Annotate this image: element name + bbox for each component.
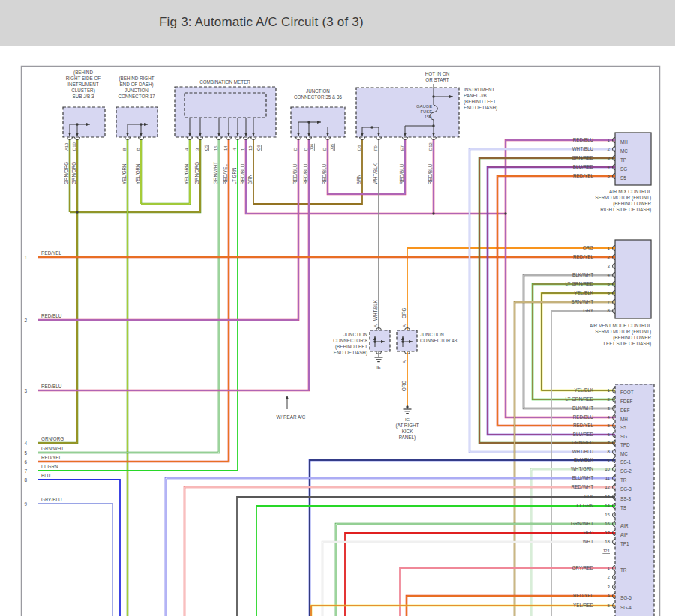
air-vent-mode-servo-wire-label: LT GRN/RED <box>565 281 593 286</box>
junction-dot <box>432 95 434 97</box>
ac-amplifier-pin-number: 12 <box>604 484 610 489</box>
ac-amplifier-wire-label: WHT/GRN <box>571 466 594 471</box>
diagram-label: GRY/BLU <box>41 497 62 502</box>
diagram-label: C6 <box>256 145 261 151</box>
diagram-label: 14 <box>224 145 228 151</box>
diagram-label: D12 <box>428 142 433 151</box>
diagram-label: 3 <box>24 388 27 393</box>
ac-amplifier-pin-label: SG-3 <box>620 486 632 492</box>
diagram-label: COMBINATION METER <box>200 79 250 85</box>
diagram-label: 6 <box>24 459 27 465</box>
ac-amplifier-pin-number: 10 <box>604 466 610 471</box>
ac-amplifier-pin-number: 15 <box>604 512 610 517</box>
diagram-label: RED/BLU <box>322 163 327 184</box>
diagram-label: JUNCTION <box>344 332 368 337</box>
diagram-label: 5 <box>24 450 27 456</box>
junction-dot <box>401 340 404 342</box>
diagram-label: D <box>293 148 298 151</box>
diagram-label: RED/YEL <box>223 164 228 184</box>
ac-amplifier-pin-label: MC <box>620 451 628 456</box>
diagram-label: CONNECTOR 8 <box>333 338 368 343</box>
ac-amplifier-wire-label: RED/YEL <box>573 423 593 428</box>
diagram-label: A <box>402 360 406 363</box>
ac-amplifier-pin-number: 13 <box>604 494 610 499</box>
air-vent-mode-servo-wire-label: RED/YEL <box>573 254 593 259</box>
diagram-label: BRN <box>356 174 362 184</box>
diagram-label: YEL/GRN <box>135 163 140 184</box>
diagram-label: 3 <box>195 148 200 151</box>
diagram-label: GRN/ORG <box>64 162 69 184</box>
diagram-label: 4 <box>24 441 27 446</box>
diagram-label: GRN/WHT <box>213 162 218 184</box>
diagram-label: 15A <box>424 115 432 119</box>
ac-amplifier-pin-label: AIR <box>620 523 628 528</box>
air-mix-servo-wire-label: BLU/RED <box>573 164 594 169</box>
component-box-9 <box>370 330 390 351</box>
ac-amplifier-wire-label: BLK <box>584 494 594 499</box>
junction-dot <box>432 212 434 214</box>
diagram-label: E <box>322 148 327 151</box>
diagram-label: J35 <box>330 144 334 151</box>
diagram-label: (AT RIGHT <box>396 423 419 429</box>
junction-dot <box>140 123 142 125</box>
air-vent-mode-servo-wire-label: BLK/WHT <box>572 272 593 277</box>
ac-amplifier-wire-label: GRN/WHT <box>571 521 593 526</box>
ac-amplifier-lower-wire-label: YEL/RED <box>573 603 593 608</box>
diagram-label: 15 <box>214 146 218 151</box>
diagram-label: (BEHIND <box>74 70 93 76</box>
ac-amplifier-pin-number: 11 <box>605 475 610 480</box>
ac-amplifier-pin-label: FDEF <box>620 399 633 404</box>
ac-amplifier-pin-label: AIF <box>620 532 628 537</box>
component-box-10 <box>397 330 417 351</box>
diagram-label: W/ REAR A/C <box>277 414 306 420</box>
diagram-label: END OF DASH) <box>464 105 497 111</box>
diagram-label: (BEHIND LOWER <box>613 335 651 341</box>
diagram-label: F9 <box>374 145 378 151</box>
ac-amplifier-lower-pin-label: TR <box>620 567 627 573</box>
diagram-label: RED/YEL <box>41 455 62 460</box>
junction-dot <box>406 405 408 408</box>
diagram-label: LT GRN <box>232 167 237 184</box>
air-mix-servo-pin-label: TP <box>620 157 626 163</box>
ac-amplifier-pin-number: 17 <box>604 530 610 535</box>
ac-amplifier-pin-number: 18 <box>604 539 610 544</box>
ac-amplifier-pin-number: 14 <box>604 503 610 508</box>
air-mix-servo-pin-label: SG <box>620 166 627 172</box>
ac-amplifier-wire-label: GRN/RED <box>572 440 593 445</box>
air-mix-servo-wire-label: RED/BLU <box>573 137 594 142</box>
air-mix-servo-pin-label: MH <box>620 139 628 145</box>
ac-amplifier-lower-wire-label: GRY/RED <box>572 565 593 570</box>
ac-amplifier-pin-label: SG <box>620 434 627 439</box>
diagram-label: A10 <box>64 143 69 151</box>
air-mix-servo-pin-label: S5 <box>620 175 626 181</box>
ac-amplifier-lower-wire-label: RED/YEL <box>573 593 593 598</box>
air-mix-servo-wire-label: WHT/BLU <box>572 146 594 151</box>
diagram-label: RED/BLU <box>41 313 62 318</box>
component-box-7 <box>615 240 651 318</box>
diagram-label: 1 <box>24 255 27 260</box>
ac-amplifier-pin-label: SG-2 <box>620 468 632 474</box>
diagram-label: D10 <box>72 142 76 151</box>
diagram-label: (BEHIND LEFT <box>464 99 496 105</box>
diagram-label: LEFT SIDE OF DASH) <box>603 341 651 347</box>
air-mix-servo-wire-label: GRN/RED <box>572 155 593 160</box>
diagram-label: YEL/GRN <box>122 163 127 184</box>
diagram-label: YEL/GRN <box>184 163 189 184</box>
diagram-label: GRN/ORG <box>194 162 200 184</box>
diagram-label: END OF DASH) <box>119 82 153 88</box>
diagram-label: RED/BLU <box>428 163 433 184</box>
figure-title: Fig 3: Automatic A/C Circuit (3 of 3) <box>159 15 364 30</box>
diagram-label: CLUSTER) <box>71 88 95 94</box>
air-mix-servo-pin-label: MC <box>620 148 628 154</box>
diagram-label: SERVO MOTOR (FRONT) <box>595 195 651 201</box>
junction-dot <box>76 211 78 213</box>
junction-dot <box>432 124 434 127</box>
ac-amplifier-pin-number: 16 <box>604 521 610 526</box>
diagram-label: CONNECTOR 17 <box>118 94 155 99</box>
diagram-label: 10 <box>248 146 253 151</box>
ac-amplifier-pin-label: TP1 <box>620 541 629 546</box>
junction-dot <box>374 340 376 342</box>
diagram-label: A <box>374 324 378 327</box>
diagram-label: PANEL) <box>399 435 416 441</box>
diagram-label: B <box>122 148 127 151</box>
